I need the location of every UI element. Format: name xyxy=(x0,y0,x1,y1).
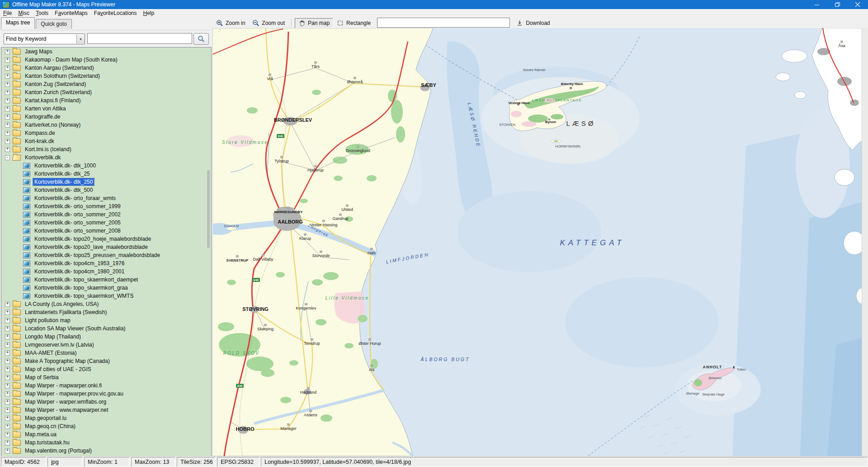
tree-item[interactable]: +Kakaomap - Daum Map (South Korea) xyxy=(1,56,211,64)
expand-icon[interactable]: + xyxy=(5,375,10,380)
download-button[interactable]: Download xyxy=(513,18,553,28)
tree-item[interactable]: +Kompass.de xyxy=(1,129,211,137)
tree-item[interactable]: Kortoverblik.dk- dtk_25 xyxy=(1,170,211,178)
tree-item[interactable]: Kortoverblik.dk- orto_sommer_2005 xyxy=(1,219,211,227)
zoom-out-button[interactable]: Zoom out xyxy=(249,18,288,28)
tree-item[interactable]: +Kort-krak.dk xyxy=(1,137,211,145)
expand-icon[interactable]: + xyxy=(5,367,10,372)
expand-icon[interactable]: + xyxy=(5,123,10,128)
expand-icon[interactable]: + xyxy=(5,359,10,364)
tree-item[interactable]: +Kanton Aargau (Switzerland) xyxy=(1,64,211,72)
menu-item-misc[interactable]: Misc xyxy=(15,10,33,17)
tree-item[interactable]: +Lantmateriets Fjallkarta (Swedish) xyxy=(1,308,211,316)
search-button[interactable] xyxy=(193,33,209,45)
expand-icon[interactable]: + xyxy=(5,440,10,445)
map-viewport[interactable]: E45 E45 E45 KATTEGATÅLBORG BUGTLÆSØ REND… xyxy=(212,28,868,456)
tree-item[interactable]: Kortoverblik.dk- topo20_hoeje_maalebords… xyxy=(1,235,211,243)
tree-item[interactable]: +Lvmgeoserver.lvm.lv (Latvia) xyxy=(1,341,211,349)
menu-item-file[interactable]: File xyxy=(0,10,15,17)
tree-item[interactable]: Kortoverblik.dk- topo20_lave_maalebordsb… xyxy=(1,243,211,251)
tree-item[interactable]: +Kanton Zurich (Switzerland) xyxy=(1,88,211,96)
tree-item[interactable]: +Kanton Solothurn (Switzerland) xyxy=(1,72,211,80)
tree-item[interactable]: +Jawg Maps xyxy=(1,48,211,56)
expand-icon[interactable]: + xyxy=(5,139,10,144)
tree-item[interactable]: Kortoverblik.dk- orto_sommer_1999 xyxy=(1,202,211,210)
tree-item[interactable]: Kortoverblik.dk- topo_skaermkort_daempet xyxy=(1,276,211,284)
menu-item-tools[interactable]: Tools xyxy=(33,10,52,17)
tree-item[interactable]: +Map Warper - warper.wmflabs.org xyxy=(1,398,211,406)
expand-icon[interactable]: + xyxy=(5,408,10,413)
tree-item[interactable]: +Make A Topographic Map (Canada) xyxy=(1,357,211,365)
tree-item[interactable]: +Map.meta.ua xyxy=(1,430,211,438)
close-button[interactable] xyxy=(848,0,868,9)
tree-item[interactable]: Kortoverblik.dk- topo_skaermkort_graa xyxy=(1,284,211,292)
toolbar-input[interactable] xyxy=(377,18,510,28)
expand-icon[interactable]: + xyxy=(5,400,10,405)
tree-item[interactable]: +MAA-AMET (Estonia) xyxy=(1,349,211,357)
tree-item[interactable]: +Map Warper - www.mapwarper.net xyxy=(1,406,211,414)
tree-item[interactable]: Kortoverblik.dk- orto_sommer_2008 xyxy=(1,227,211,235)
expand-icon[interactable]: + xyxy=(5,416,10,421)
expand-icon[interactable]: + xyxy=(5,49,10,54)
expand-icon[interactable]: + xyxy=(5,326,10,331)
pan-map-button[interactable]: Pan map xyxy=(295,18,333,28)
tree-item[interactable]: +Kartat.kapsi.fi (Finland) xyxy=(1,96,211,105)
tree-item[interactable]: +Map Warper - mapwarper.onki.fi xyxy=(1,381,211,390)
tree-item[interactable]: +Map of cities of UAE - 2GIS xyxy=(1,365,211,373)
expand-icon[interactable]: + xyxy=(5,98,10,103)
tree-item[interactable]: +Kort.lmi.is (Iceland) xyxy=(1,145,211,153)
rectangle-button[interactable]: Rectangle xyxy=(333,18,374,28)
collapse-icon[interactable]: - xyxy=(5,155,10,160)
expand-icon[interactable]: + xyxy=(5,82,10,87)
tree-item[interactable]: Kortoverblik.dk- dtk_250 xyxy=(1,178,211,186)
expand-icon[interactable]: + xyxy=(5,147,10,152)
tree-item[interactable]: Kortoverblik.dk- dtk_1000 xyxy=(1,162,211,170)
expand-icon[interactable]: + xyxy=(5,57,10,62)
tree-item[interactable]: Kortoverblik.dk- topo25_preussen_maalebo… xyxy=(1,251,211,259)
menu-item-help[interactable]: Help xyxy=(140,10,158,17)
tree-item[interactable]: +Map.valentim.org (Portugal) xyxy=(1,447,211,455)
tree-item[interactable]: +Kartogiraffe.de xyxy=(1,113,211,121)
tab-quick-goto[interactable]: Quick goto xyxy=(36,19,71,29)
expand-icon[interactable]: + xyxy=(5,318,10,323)
expand-icon[interactable]: + xyxy=(5,310,10,315)
expand-icon[interactable]: + xyxy=(5,432,10,437)
tree-item[interactable]: Kortoverblik.dk- orto_foraar_wmts xyxy=(1,194,211,202)
expand-icon[interactable]: + xyxy=(5,66,10,71)
expand-icon[interactable]: + xyxy=(5,343,10,348)
expand-icon[interactable]: + xyxy=(5,424,10,429)
expand-icon[interactable]: + xyxy=(5,448,10,453)
tree-item[interactable]: +Map.turistautak.hu xyxy=(1,438,211,447)
menu-item-favoritemaps[interactable]: FavoriteMaps xyxy=(52,10,91,17)
menu-item-favoritelocations[interactable]: FavoriteLocations xyxy=(91,10,140,17)
find-mode-select[interactable]: Find by Keyword ▼ xyxy=(4,33,85,44)
expand-icon[interactable]: + xyxy=(5,74,10,79)
restore-button[interactable] xyxy=(827,0,848,9)
expand-icon[interactable]: + xyxy=(5,334,10,339)
expand-icon[interactable]: + xyxy=(5,131,10,136)
expand-icon[interactable]: + xyxy=(5,302,10,307)
minimize-button[interactable] xyxy=(807,0,827,9)
zoom-in-button[interactable]: Zoom in xyxy=(212,18,249,28)
expand-icon[interactable]: + xyxy=(5,391,10,396)
tree-item[interactable]: Kortoverblik.dk- dtk_500 xyxy=(1,186,211,194)
tree-item[interactable]: +Map of Serbia xyxy=(1,373,211,381)
tree-item[interactable]: Kortoverblik.dk- topo4cm_1953_1976 xyxy=(1,259,211,267)
tree-scrollbar[interactable] xyxy=(207,170,210,248)
tree-item[interactable]: +LA County (Los Angeles, USA) xyxy=(1,300,211,308)
search-input[interactable] xyxy=(87,33,192,44)
expand-icon[interactable]: + xyxy=(5,114,10,119)
tree-item[interactable]: +Karten von Attika xyxy=(1,105,211,113)
tree-item[interactable]: +Map Warper - mapwarper.prov.vic.gov.au xyxy=(1,390,211,398)
expand-icon[interactable]: + xyxy=(5,106,10,111)
tree-item[interactable]: Kortoverblik.dk- topo4cm_1980_2001 xyxy=(1,267,211,276)
tree-item[interactable]: +Light pollution map xyxy=(1,316,211,324)
tree-item[interactable]: -Kortoverblik.dk xyxy=(1,153,211,162)
tree-item[interactable]: +Map.geoportail.lu xyxy=(1,414,211,422)
tree-item[interactable]: +Location SA Map Viewer (South Australia… xyxy=(1,324,211,333)
tree-item[interactable]: Kortoverblik.dk- orto_sommer_2002 xyxy=(1,210,211,219)
expand-icon[interactable]: + xyxy=(5,351,10,356)
tree-item[interactable]: +Kartverket.no (Norway) xyxy=(1,121,211,129)
tree-item[interactable]: Kortoverblik.dk- topo_skaermkort_WMTS xyxy=(1,292,211,300)
tab-maps-tree[interactable]: Maps tree xyxy=(1,17,35,29)
